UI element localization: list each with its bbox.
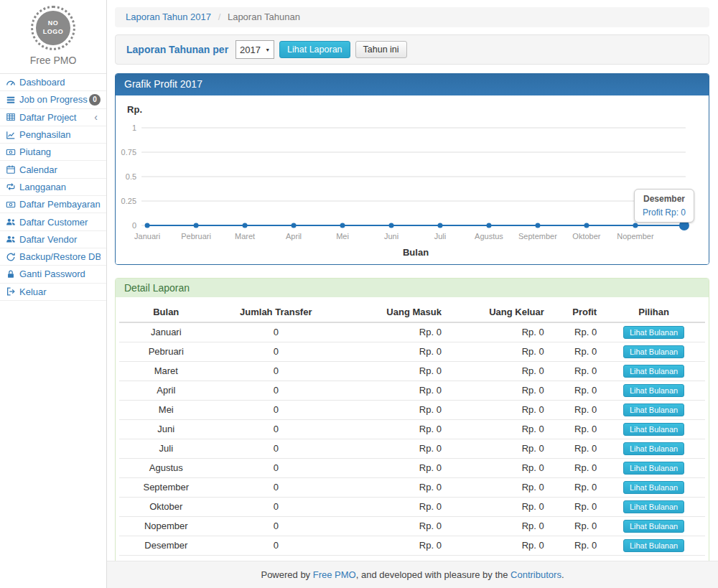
cell-pilihan: Lihat Bulanan: [602, 498, 705, 517]
cell-pilihan: Lihat Bulanan: [602, 420, 705, 439]
table-row: September 0 Rp. 0 Rp. 0 Rp. 0 Lihat Bula…: [119, 478, 705, 498]
detail-panel-body: Bulan Jumlah Transfer Uang Masuk Uang Ke…: [116, 297, 709, 579]
table-row: Mei 0 Rp. 0 Rp. 0 Rp. 0 Lihat Bulanan: [119, 401, 705, 420]
cell-pilihan: Lihat Bulanan: [602, 401, 705, 420]
sidebar-item-label: Daftar Vendor: [19, 234, 101, 245]
cell-uang-masuk: Rp. 0: [339, 342, 447, 362]
sidebar-item-job-on-progress[interactable]: Job on Progress 0: [0, 91, 106, 108]
detail-laporan-panel: Detail Laporan Bulan Jumlah Transfer Uan…: [115, 278, 709, 579]
logo-line1: NO: [48, 19, 59, 28]
breadcrumb: Laporan Tahun 2017 / Laporan Tahunan: [115, 7, 709, 27]
sidebar: NO LOGO Free PMO Dashboard Job on Progre…: [0, 0, 107, 588]
users-icon: [6, 234, 16, 244]
sidebar-item-daftar-vendor[interactable]: Daftar Vendor: [0, 231, 106, 248]
lihat-bulanan-button[interactable]: Lihat Bulanan: [623, 403, 684, 416]
sidebar-item-penghasilan[interactable]: Penghasilan: [0, 126, 106, 144]
lihat-bulanan-button[interactable]: Lihat Bulanan: [623, 384, 684, 397]
cell-jumlah-transfer: 0: [213, 498, 339, 517]
cell-uang-masuk: Rp. 0: [339, 401, 447, 420]
column-header-pilihan: Pilihan: [602, 303, 705, 322]
cell-profit: Rp. 0: [550, 362, 602, 381]
logo-line2: LOGO: [43, 28, 64, 37]
lihat-bulanan-button[interactable]: Lihat Bulanan: [623, 442, 684, 455]
cell-pilihan: Lihat Bulanan: [602, 536, 705, 556]
cell-uang-keluar: Rp. 0: [447, 362, 550, 381]
cell-jumlah-transfer: 0: [213, 459, 339, 478]
sidebar-item-calendar[interactable]: Calendar: [0, 161, 106, 178]
cell-bulan: Juni: [119, 420, 213, 439]
svg-text:Juli: Juli: [434, 232, 447, 241]
money-icon: [6, 200, 16, 210]
column-header-uang-masuk: Uang Masuk: [339, 303, 447, 322]
cell-uang-masuk: Rp. 0: [339, 362, 447, 381]
lihat-bulanan-button[interactable]: Lihat Bulanan: [623, 365, 684, 378]
table-row: Oktober 0 Rp. 0 Rp. 0 Rp. 0 Lihat Bulana…: [119, 498, 705, 517]
cell-uang-masuk: Rp. 0: [339, 536, 447, 556]
cell-bulan: Agustus: [119, 459, 213, 478]
cell-jumlah-transfer: 0: [213, 478, 339, 498]
cell-bulan: Pebruari: [119, 342, 213, 362]
cell-uang-masuk: Rp. 0: [339, 478, 447, 498]
svg-text:0.5: 0.5: [126, 172, 136, 181]
footer: Powered by Free PMO, and developed with …: [107, 561, 718, 588]
brand-name: Free PMO: [0, 55, 106, 66]
lihat-bulanan-button[interactable]: Lihat Bulanan: [623, 423, 684, 436]
cell-uang-keluar: Rp. 0: [447, 342, 550, 362]
footer-text-middle: , and developed with pleasure by the: [356, 569, 510, 580]
profit-line-chart[interactable]: Rp.00.250.50.751JanuariPebruariMaretApri…: [116, 95, 709, 264]
breadcrumb-current: Laporan Tahunan: [228, 11, 300, 22]
breadcrumb-link-laporan-tahun[interactable]: Laporan Tahun 2017: [126, 11, 211, 22]
cell-profit: Rp. 0: [550, 439, 602, 459]
cell-pilihan: Lihat Bulanan: [602, 459, 705, 478]
lihat-bulanan-button[interactable]: Lihat Bulanan: [623, 462, 684, 475]
contributors-link[interactable]: Contributors: [510, 569, 561, 580]
svg-text:Pebruari: Pebruari: [181, 232, 211, 241]
lihat-bulanan-button[interactable]: Lihat Bulanan: [623, 345, 684, 358]
cell-profit: Rp. 0: [550, 459, 602, 478]
table-row: Juli 0 Rp. 0 Rp. 0 Rp. 0 Lihat Bulanan: [119, 439, 705, 459]
svg-text:Rp.: Rp.: [127, 104, 142, 115]
cell-pilihan: Lihat Bulanan: [602, 478, 705, 498]
svg-text:Januari: Januari: [134, 232, 160, 241]
lihat-laporan-button[interactable]: Lihat Laporan: [279, 41, 350, 58]
cell-bulan: April: [119, 381, 213, 401]
lihat-bulanan-button[interactable]: Lihat Bulanan: [623, 500, 684, 513]
sidebar-item-piutang[interactable]: Piutang: [0, 144, 106, 161]
tasks-icon: [6, 95, 16, 105]
filter-label: Laporan Tahunan per: [126, 44, 228, 55]
lihat-bulanan-button[interactable]: Lihat Bulanan: [623, 481, 684, 494]
cell-bulan: Oktober: [119, 498, 213, 517]
sidebar-item-langganan[interactable]: Langganan: [0, 179, 106, 196]
refresh-icon: [6, 252, 16, 262]
sidebar-item-keluar[interactable]: Keluar: [0, 284, 106, 301]
lihat-bulanan-button[interactable]: Lihat Bulanan: [623, 326, 684, 339]
cell-uang-keluar: Rp. 0: [447, 420, 550, 439]
year-select-value: 2017: [240, 45, 261, 55]
lihat-bulanan-button[interactable]: Lihat Bulanan: [623, 520, 684, 533]
sidebar-item-daftar-pembayaran[interactable]: Daftar Pembayaran: [0, 196, 106, 213]
profit-chart-panel: Grafik Profit 2017 Rp.00.250.50.751Janua…: [115, 73, 709, 265]
detail-panel-title: Detail Laporan: [116, 279, 709, 297]
free-pmo-link[interactable]: Free PMO: [313, 569, 356, 580]
cell-profit: Rp. 0: [550, 401, 602, 420]
svg-text:April: April: [286, 232, 302, 241]
lihat-bulanan-button[interactable]: Lihat Bulanan: [623, 539, 684, 552]
money-icon: [6, 147, 16, 157]
sidebar-item-daftar-customer[interactable]: Daftar Customer: [0, 213, 106, 230]
svg-text:0: 0: [132, 221, 136, 230]
sidebar-item-label: Daftar Customer: [19, 217, 101, 228]
sidebar-item-backup-restore-db[interactable]: Backup/Restore DB: [0, 248, 106, 266]
sidebar-item-daftar-project[interactable]: Daftar Project ‹: [0, 109, 106, 126]
chart-panel-body: Rp.00.250.50.751JanuariPebruariMaretApri…: [116, 95, 709, 264]
cell-profit: Rp. 0: [550, 498, 602, 517]
cell-pilihan: Lihat Bulanan: [602, 439, 705, 459]
tahun-ini-button[interactable]: Tahun ini: [355, 41, 407, 58]
sidebar-item-ganti-password[interactable]: Ganti Password: [0, 266, 106, 283]
svg-text:0.75: 0.75: [121, 148, 136, 157]
year-select[interactable]: 2017 ▼: [236, 40, 274, 59]
svg-text:Juni: Juni: [384, 232, 398, 241]
sidebar-item-label: Daftar Project: [19, 112, 94, 123]
chevron-left-icon: ‹: [94, 112, 101, 122]
cell-uang-keluar: Rp. 0: [447, 439, 550, 459]
sidebar-item-dashboard[interactable]: Dashboard: [0, 74, 106, 91]
